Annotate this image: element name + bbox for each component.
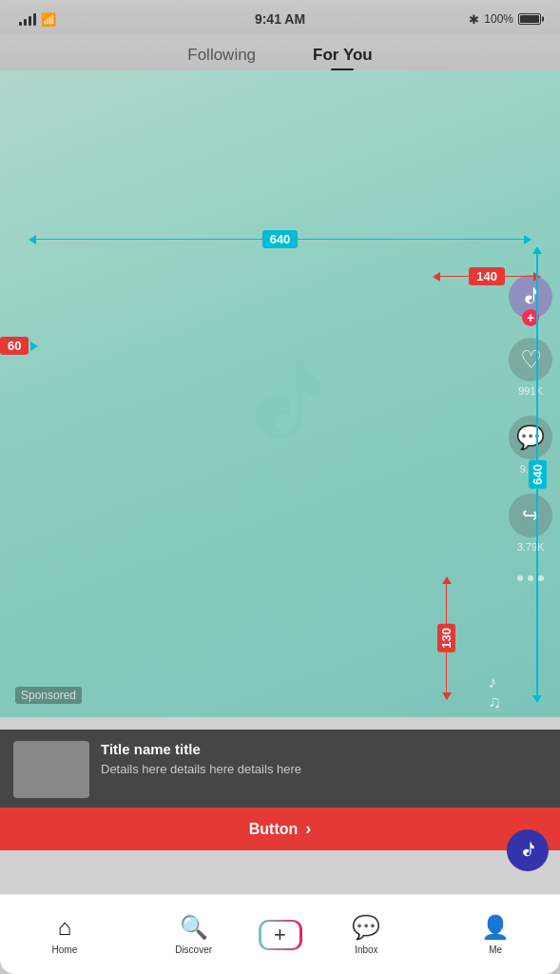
bluetooth-icon: ✱ <box>469 12 479 27</box>
ad-button-chevron: › <box>305 819 311 839</box>
tab-following[interactable]: Following <box>187 46 256 65</box>
signal-icon <box>19 12 36 26</box>
home-icon: ⌂ <box>58 914 72 941</box>
annotation-60: 60 <box>0 337 38 355</box>
music-notes-decoration: ♪♫ <box>489 672 502 712</box>
video-tiktok-watermark <box>223 337 338 451</box>
status-right: ✱ 100% <box>469 12 541 27</box>
sponsored-label-area: Sponsored <box>15 686 82 703</box>
video-area[interactable] <box>0 70 560 717</box>
nav-item-discover[interactable]: 🔍 Discover <box>129 914 259 955</box>
annotation-640-height-label: 640 <box>529 460 547 489</box>
nav-item-home[interactable]: ⌂ Home <box>0 914 129 955</box>
nav-item-me[interactable]: 👤 Me <box>431 914 560 955</box>
annotation-140: 140 <box>433 267 541 285</box>
discover-icon: 🔍 <box>180 914 208 941</box>
annotation-640-width: 640 <box>29 230 531 248</box>
music-disc-tiktok-icon <box>516 839 539 862</box>
ad-button-text: Button <box>249 821 299 838</box>
bottom-nav: ⌂ Home 🔍 Discover + 💬 Inbox 👤 Me <box>0 894 560 974</box>
nav-item-post[interactable]: + <box>259 920 302 950</box>
ad-card-content: Title name title Details here details he… <box>0 730 560 808</box>
ad-card: Title name title Details here details he… <box>0 730 560 850</box>
battery-percentage: 100% <box>484 12 513 26</box>
main-content-area: 640 60 140 640 <box>0 70 560 850</box>
annotation-60-label: 60 <box>0 337 29 355</box>
ad-cta-button[interactable]: Button › <box>0 808 560 850</box>
post-icon: + <box>274 923 286 947</box>
annotation-640-height: 640 <box>530 246 545 703</box>
ad-details: Details here details here details here <box>101 761 547 778</box>
ad-text: Title name title Details here details he… <box>101 741 547 778</box>
battery-icon <box>518 13 541 25</box>
sponsored-label: Sponsored <box>15 687 82 704</box>
status-left: 📶 <box>19 12 56 27</box>
annotation-130: 130 <box>437 576 455 700</box>
nav-item-inbox[interactable]: 💬 Inbox <box>302 914 432 955</box>
ad-thumbnail <box>13 741 89 798</box>
post-button[interactable]: + <box>259 920 302 950</box>
nav-me-label: Me <box>489 945 502 955</box>
annotation-640-label: 640 <box>262 230 299 248</box>
status-time: 9:41 AM <box>255 11 305 27</box>
wifi-icon: 📶 <box>41 12 56 27</box>
ad-title: Title name title <box>101 741 547 757</box>
nav-tabs: Following For You <box>0 34 560 70</box>
music-disc[interactable] <box>507 829 549 871</box>
tab-for-you[interactable]: For You <box>313 46 373 65</box>
nav-inbox-label: Inbox <box>355 945 377 955</box>
status-bar: 📶 9:41 AM ✱ 100% <box>0 0 560 34</box>
post-button-inner: + <box>261 922 299 948</box>
nav-home-label: Home <box>52 945 78 955</box>
annotation-130-label: 130 <box>437 624 455 653</box>
annotation-140-label: 140 <box>469 267 505 285</box>
nav-discover-label: Discover <box>175 945 212 955</box>
me-icon: 👤 <box>481 914 510 941</box>
inbox-icon: 💬 <box>352 914 380 941</box>
